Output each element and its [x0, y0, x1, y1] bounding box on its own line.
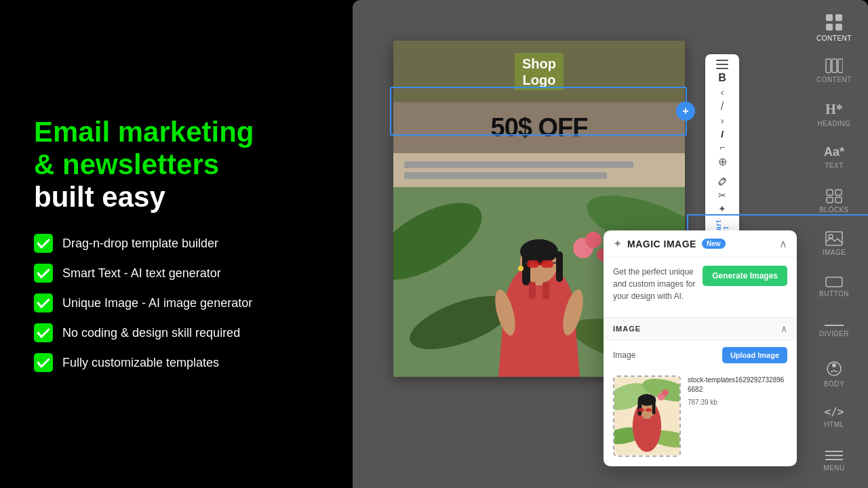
toolbar-link-icon[interactable]	[710, 176, 734, 187]
image-section-collapse-btn[interactable]: ∧	[781, 323, 787, 334]
image-thumbnail-box	[613, 375, 681, 457]
thumbnail-illustration	[614, 377, 679, 455]
svg-rect-25	[529, 282, 536, 299]
rt-item-heading[interactable]: H* HEADING	[804, 94, 864, 136]
svg-point-11	[585, 232, 601, 248]
image-filename: stock-templates16292927328966682	[688, 375, 787, 394]
svg-rect-34	[835, 14, 842, 21]
svg-rect-18	[556, 251, 563, 282]
svg-rect-30	[716, 64, 728, 65]
rt-item-content[interactable]: Content	[804, 7, 864, 49]
left-panel: Email marketing& newsletters built easy …	[0, 0, 353, 488]
toolbar-back-icon[interactable]: ‹	[710, 87, 734, 98]
rt-item-html[interactable]: </> HTML	[804, 396, 864, 438]
svg-rect-20	[541, 260, 553, 268]
svg-rect-26	[542, 282, 549, 299]
rt-item-menu[interactable]: MENU	[804, 439, 864, 481]
magic-generate-row: Get the perfect unique and custom images…	[613, 266, 787, 309]
magic-panel-header: ✦ MAGIC IMAGE New ∧	[604, 230, 797, 258]
menu-icon	[825, 449, 843, 462]
rt-item-button[interactable]: BUTTON	[804, 266, 864, 308]
divider-icon	[825, 323, 844, 327]
check-icon-4	[34, 323, 53, 342]
image-metadata: stock-templates16292927328966682 787.39 …	[688, 375, 787, 406]
svg-rect-44	[826, 232, 842, 245]
toolbar-next-icon[interactable]: ›	[710, 115, 734, 126]
image-icon	[825, 231, 843, 246]
svg-point-49	[832, 363, 836, 367]
toolbar-scissor-icon[interactable]: ✂	[710, 190, 734, 201]
rt-label-blocks: BLOCKS	[819, 206, 849, 214]
check-icon-3	[34, 293, 53, 312]
toolbar-corner-icon[interactable]: ⌐	[710, 142, 734, 152]
svg-rect-35	[826, 24, 833, 30]
columns-icon	[825, 58, 843, 73]
toolbar-menu-icon[interactable]	[710, 60, 734, 69]
rt-label-text: TEXT	[825, 162, 844, 169]
right-toolbar: Content Content H* HEADING Aa* TEXT	[800, 0, 868, 488]
svg-rect-19	[527, 260, 539, 268]
svg-rect-4	[34, 353, 53, 372]
rt-label-heading: HEADING	[817, 120, 850, 127]
svg-rect-40	[827, 190, 833, 195]
content-icon	[825, 13, 844, 32]
svg-rect-43	[835, 197, 842, 203]
html-icon: </>	[825, 405, 844, 418]
svg-rect-21	[538, 263, 542, 265]
magic-panel-collapse-btn[interactable]: ∧	[779, 237, 787, 250]
image-preview-area: stock-templates16292927328966682 787.39 …	[604, 375, 797, 466]
svg-rect-0	[34, 234, 53, 253]
headline: Email marketing& newsletters built easy	[34, 116, 319, 214]
rt-item-divider[interactable]: DIVIDER	[804, 310, 864, 352]
features-list: Drag-n-drop template builder Smart Text …	[34, 234, 319, 372]
svg-point-67	[662, 390, 669, 396]
shop-logo-area: ShopLogo	[393, 41, 685, 102]
svg-rect-37	[826, 59, 831, 73]
toolbar-star-icon[interactable]: ✦	[710, 203, 734, 214]
rt-label-body: Body	[824, 380, 844, 388]
check-icon-2	[34, 264, 53, 283]
rt-label-menu: MENU	[823, 464, 844, 472]
heading-area: 50$ OFF	[393, 102, 685, 153]
magic-panel-description: Get the perfect unique and custom images…	[613, 266, 697, 302]
rt-item-image[interactable]: IMAGE	[804, 223, 864, 265]
generate-images-button[interactable]: Generate Images	[703, 266, 787, 286]
hamburger-icon	[716, 60, 728, 69]
svg-rect-36	[835, 24, 842, 30]
link-icon	[717, 176, 728, 187]
svg-rect-42	[827, 197, 833, 203]
rt-item-body[interactable]: Body	[804, 353, 864, 395]
rt-label-image: IMAGE	[823, 249, 846, 256]
check-icon-5	[34, 353, 53, 372]
new-badge: New	[702, 239, 726, 249]
feature-label-3: Unique Image - AI image generator	[62, 296, 252, 310]
toolbar-forward-slash-icon[interactable]: /	[710, 100, 734, 113]
svg-rect-2	[34, 293, 53, 312]
svg-rect-62	[638, 400, 642, 415]
svg-rect-41	[835, 190, 842, 195]
svg-rect-31	[716, 68, 728, 69]
upload-image-button[interactable]: Upload Image	[722, 347, 787, 363]
feature-label-2: Smart Text - AI text generator	[62, 266, 221, 281]
magic-image-panel: ✦ MAGIC IMAGE New ∧ Get the perfect uniq…	[604, 230, 797, 466]
feature-item-2: Smart Text - AI text generator	[34, 264, 319, 283]
connector-horiz	[687, 214, 868, 216]
toolbar-bold-icon[interactable]: B	[710, 72, 734, 84]
feature-label-5: Fully customizable templates	[62, 356, 219, 370]
heading-text: 50$ OFF	[407, 113, 671, 142]
toolbar-add-icon[interactable]: ⊕	[710, 155, 734, 168]
text-line-1	[404, 161, 633, 168]
toolbar-italic-icon[interactable]: I	[710, 129, 734, 140]
rt-label-button: BUTTON	[819, 290, 849, 298]
image-section-header: IMAGE ∧	[604, 317, 797, 340]
svg-rect-64	[639, 408, 645, 411]
button-icon	[825, 277, 843, 287]
feature-item-3: Unique Image - AI image generator	[34, 293, 319, 312]
rt-item-text[interactable]: Aa* TEXT	[804, 136, 864, 178]
shop-logo-box: ShopLogo	[515, 53, 564, 90]
svg-rect-46	[826, 277, 842, 287]
rt-label-divider: DIVIDER	[819, 330, 849, 338]
svg-rect-29	[716, 60, 728, 61]
rt-item-columns[interactable]: Content	[804, 50, 864, 92]
image-label: Image	[613, 350, 635, 360]
